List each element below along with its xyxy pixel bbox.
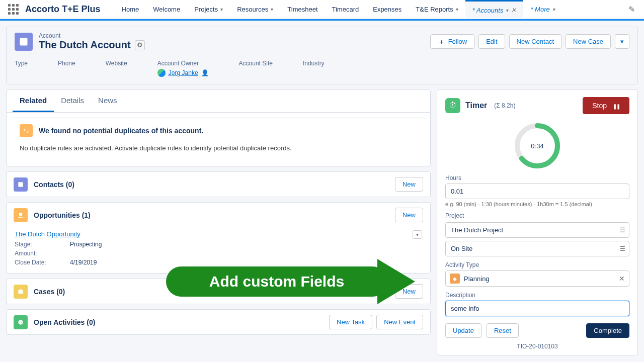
new-task-button[interactable]: New Task [329,315,372,329]
complete-button[interactable]: Complete [586,323,629,338]
related-open-activities: Open Activities (0) New Task New Event [6,309,431,335]
new-contact-list-button[interactable]: New [395,177,423,192]
activity-value: Planning [464,275,490,283]
hierarchy-icon[interactable]: ⌬ [135,40,145,50]
field-label-industry: Industry [303,60,325,67]
account-icon [15,33,33,51]
field-label-site: Account Site [239,60,273,67]
field-label-website: Website [106,60,127,67]
chevron-down-icon[interactable]: ▾ [220,7,223,12]
new-case-button[interactable]: New Case [566,34,611,49]
duplicate-body: No duplicate rules are activated. Activa… [20,144,417,152]
opp-close-label: Close Date: [15,259,60,266]
description-input[interactable] [445,301,629,316]
opp-amount-label: Amount: [15,250,60,257]
timer-elapsed: 0:34 [514,122,561,169]
edit-nav-icon[interactable]: ✎ [623,5,640,14]
follow-button[interactable]: ＋Follow [430,34,475,49]
nav-tab-projects[interactable]: Projects▾ [187,0,230,19]
description-label: Description [445,292,629,299]
field-label-owner: Account Owner [157,60,209,67]
app-name: Accorto T+E Plus [25,4,101,15]
nav-tab-more[interactable]: * More▾ [523,0,561,19]
opportunities-title[interactable]: Opportunities (1) [34,211,395,219]
page: Account The Dutch Account ⌬ ＋Follow Edit… [0,19,644,355]
hours-input[interactable] [445,184,629,199]
project-input[interactable] [445,222,629,238]
list-icon[interactable]: ☰ [620,245,625,252]
contacts-title[interactable]: Contacts (0) [34,180,395,189]
tab-details[interactable]: Details [54,90,91,112]
timer-sum: (Σ 8.2h) [494,102,515,109]
related-cases: Cases (0) New [6,279,431,304]
merge-icon [20,124,33,137]
list-icon[interactable]: ☰ [620,227,625,234]
opp-stage-label: Stage: [15,241,60,248]
opportunity-link[interactable]: The Dutch Opportunity [15,230,80,238]
tab-related[interactable]: Related [13,90,54,112]
edit-button[interactable]: Edit [478,34,505,49]
owner-link[interactable]: Jorg Janke [169,69,198,76]
tab-news[interactable]: News [91,90,124,112]
chevron-down-icon[interactable]: ▾ [506,8,508,13]
clear-icon[interactable]: ✕ [619,275,625,283]
activities-title[interactable]: Open Activities (0) [34,318,329,326]
nav-tab-accounts[interactable]: * Accounts ▾ ✕ [465,0,524,19]
new-contact-button[interactable]: New Contact [509,34,561,49]
tio-reference: TIO-20-010103 [445,343,629,350]
tabs-card: Related Details News We found no potenti… [6,89,431,166]
nav-tab-welcome[interactable]: Welcome [146,0,187,19]
svg-rect-0 [20,38,28,45]
new-opportunity-button[interactable]: New [395,208,423,222]
stop-button[interactable]: Stop [583,97,629,114]
timer-title: Timer [465,101,487,110]
hours-hint: e.g. 90 (min) - 1:30 (hours:minutes) - 1… [445,201,629,207]
related-contacts: Contacts (0) New [6,171,431,197]
record-header: Account The Dutch Account ⌬ ＋Follow Edit… [6,27,638,84]
timer-ring: 0:34 [514,122,561,169]
nav-tab-reports[interactable]: T&E Reports▾ [409,0,465,19]
close-icon[interactable]: ✕ [511,7,516,14]
opp-stage-value: Prospecting [70,241,102,248]
svg-rect-3 [20,289,22,290]
chevron-down-icon[interactable]: ▾ [456,7,458,12]
top-nav: Accorto T+E Plus Home Welcome Projects▾ … [0,0,644,19]
svg-rect-2 [18,290,23,294]
field-label-type: Type [15,60,28,67]
related-opportunities: Opportunities (1) New The Dutch Opportun… [6,202,431,274]
nav-tab-timesheet[interactable]: Timesheet [280,0,325,19]
contacts-icon [14,177,28,192]
activity-type-icon [450,274,460,284]
object-kind: Account [39,32,145,39]
new-event-button[interactable]: New Event [376,315,423,329]
cases-title[interactable]: Cases (0) [34,288,395,296]
more-actions-button[interactable]: ▾ [615,34,629,49]
nav-tab-timecard[interactable]: Timecard [325,0,366,19]
person-icon: 👤 [201,69,209,76]
app-launcher-icon[interactable] [6,3,20,17]
opp-close-value: 4/19/2019 [70,259,97,266]
pause-icon [610,102,620,110]
owner-avatar-icon [157,69,166,77]
activity-chip[interactable]: Planning ✕ [445,270,629,287]
timer-card: Timer (Σ 8.2h) Stop 0:34 Hours e.g. 90 [437,89,638,355]
hours-label: Hours [445,174,629,182]
header-actions: ＋Follow Edit New Contact New Case ▾ [430,34,629,49]
chevron-down-icon[interactable]: ▾ [552,7,555,12]
row-menu-button[interactable]: ▾ [413,230,422,239]
nav-tab-resources[interactable]: Resources▾ [230,0,280,19]
nav-tab-expenses[interactable]: Expenses [366,0,409,19]
reset-button[interactable]: Reset [487,323,519,338]
timer-icon [445,98,460,113]
cases-icon [14,285,28,299]
page-title: The Dutch Account ⌬ [39,39,145,51]
chevron-down-icon[interactable]: ▾ [271,7,273,12]
project-site-input[interactable] [445,241,629,256]
project-label: Project [445,212,629,219]
update-button[interactable]: Update [445,323,481,338]
svg-rect-1 [18,182,23,187]
duplicate-title: We found no potential duplicates of this… [39,127,203,135]
new-case-list-button[interactable]: New [395,284,423,299]
nav-tab-home[interactable]: Home [115,0,146,19]
activity-label: Activity Type [445,261,629,268]
